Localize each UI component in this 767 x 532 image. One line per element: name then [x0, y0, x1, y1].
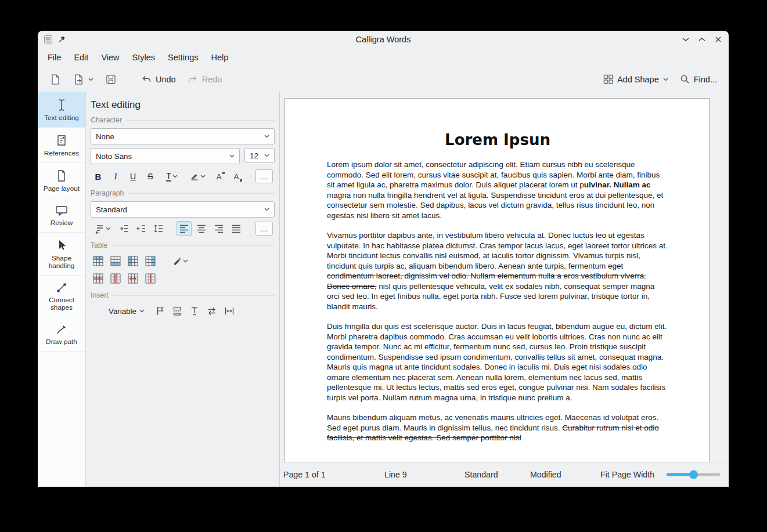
zoom-slider[interactable] — [667, 462, 720, 487]
sidebar-item-text-editing[interactable]: Text editing — [38, 92, 85, 128]
table-row-2 — [91, 271, 275, 286]
insert-column-left-button[interactable] — [125, 254, 141, 269]
text-run[interactable]: ulvinar. Nullam ac — [584, 180, 651, 189]
variable-select[interactable]: Variable — [103, 304, 150, 319]
highlight-color-icon — [190, 172, 199, 181]
distribute-button[interactable] — [222, 303, 237, 319]
undo-button[interactable]: Undo — [136, 71, 181, 88]
delete-column-button[interactable] — [108, 271, 123, 286]
titlebar[interactable]: Calligra Words — [38, 31, 729, 48]
add-shape-label: Add Shape — [617, 75, 659, 84]
draw-path-icon — [56, 324, 67, 335]
document-area[interactable]: Lorem Ipsun Lorem ipsum dolor sit amet, … — [280, 92, 729, 462]
paragraph-style-value: Standard — [96, 205, 127, 214]
sidebar-item-page-layout[interactable]: Page layout — [38, 163, 85, 198]
maximize-button[interactable] — [697, 35, 707, 44]
menu-edit[interactable]: Edit — [67, 50, 95, 65]
font-size-select[interactable]: 12 — [244, 148, 275, 163]
text-run[interactable]: magna non nulla fringilla hendrerit vel … — [327, 191, 663, 220]
paragraph[interactable]: Lorem ipsum dolor sit amet, consectetur … — [327, 160, 668, 220]
bold-button[interactable]: B — [91, 169, 106, 184]
zoom-mode-button[interactable]: Fit Page Width — [600, 470, 654, 479]
insert-row-below-button[interactable] — [108, 254, 123, 269]
insert-column-right-button[interactable] — [143, 254, 158, 269]
align-center-button[interactable] — [194, 221, 209, 236]
align-justify-button[interactable] — [229, 221, 244, 236]
paragraph[interactable]: Mauris bibendum aliquam metus, ac venena… — [327, 412, 668, 443]
menu-styles[interactable]: Styles — [126, 50, 162, 65]
save-icon — [105, 74, 117, 85]
add-shape-button[interactable]: Add Shape — [599, 71, 673, 88]
insert-text-button[interactable] — [187, 303, 202, 319]
delete-row-button[interactable] — [91, 271, 106, 286]
line-spacing-button[interactable] — [151, 221, 166, 236]
chevron-down-icon — [88, 78, 93, 81]
open-document-button[interactable] — [68, 70, 98, 89]
pin-icon[interactable] — [57, 35, 66, 44]
sidebar-item-connect-shapes[interactable]: Connect shapes — [38, 276, 85, 317]
character-style-select[interactable]: None — [91, 128, 275, 144]
zoom-slider-handle[interactable] — [689, 471, 698, 479]
sidebar-item-references[interactable]: References — [38, 128, 85, 163]
document-title[interactable]: Lorem Ipsun — [327, 131, 668, 149]
text-direction-button[interactable] — [91, 221, 114, 236]
increase-indent-button[interactable] — [116, 221, 131, 236]
close-button[interactable] — [714, 35, 723, 44]
menu-settings[interactable]: Settings — [161, 50, 204, 65]
tool-options-panel: Text editing Character None Noto Sans 12 — [86, 92, 280, 487]
new-document-button[interactable] — [45, 70, 66, 89]
main-area: Text editing References Page layout Revi… — [38, 92, 729, 487]
text-run[interactable]: Duis fringilla dui quis est scelerisque … — [327, 322, 667, 402]
find-button[interactable]: Find... — [675, 71, 722, 88]
document-paragraphs[interactable]: Lorem ipsum dolor sit amet, consectetur … — [327, 160, 668, 443]
paragraph[interactable]: Duis fringilla dui quis est scelerisque … — [327, 321, 668, 403]
border-pen-icon — [172, 256, 182, 266]
paragraph-more-button[interactable]: ... — [255, 222, 273, 236]
insert-row-above-button[interactable] — [91, 254, 106, 269]
superscript-button[interactable]: A — [211, 169, 226, 184]
menu-file[interactable]: File — [41, 50, 67, 65]
font-family-value: Noto Sans — [96, 152, 132, 161]
chevron-down-icon — [139, 309, 145, 313]
text-run[interactable]: nisl quis pellentesque vehicula, velit e… — [327, 282, 654, 311]
menubar: File Edit View Styles Settings Help — [38, 48, 729, 67]
save-button[interactable] — [100, 70, 121, 89]
insert-text-icon — [189, 306, 200, 316]
table-border-pen-button[interactable] — [168, 254, 192, 269]
search-icon — [680, 74, 690, 84]
sidebar-item-review[interactable]: Review — [38, 198, 85, 233]
insert-bookmark-button[interactable] — [152, 303, 167, 319]
sidebar-item-label: Text editing — [44, 114, 79, 122]
strikethrough-button[interactable]: S — [143, 169, 158, 184]
subscript-button[interactable]: A — [229, 169, 244, 184]
chevron-down-icon — [183, 259, 188, 263]
strikethrough-icon: S — [147, 172, 153, 181]
split-cells-button[interactable] — [143, 271, 158, 286]
menu-help[interactable]: Help — [204, 50, 235, 65]
decrease-indent-button[interactable] — [134, 221, 149, 236]
redo-button[interactable]: Redo — [183, 71, 227, 88]
underline-button[interactable]: U — [125, 169, 141, 184]
paragraph-style-select[interactable]: Standard — [91, 201, 275, 218]
character-more-button[interactable]: ... — [255, 169, 273, 183]
sidebar-item-draw-path[interactable]: Draw path — [38, 317, 85, 352]
menu-view[interactable]: View — [95, 50, 125, 65]
find-label: Find... — [694, 75, 717, 84]
swap-direction-button[interactable] — [204, 303, 219, 319]
italic-button[interactable]: I — [108, 169, 123, 184]
paragraph-style-indicator[interactable]: Standard — [464, 470, 498, 479]
paragraph[interactable]: Vivamus porttitor dapibus ante, in vesti… — [327, 230, 668, 312]
insert-section-button[interactable] — [170, 303, 185, 319]
minimize-button[interactable] — [681, 35, 690, 44]
document-page[interactable]: Lorem Ipsun Lorem ipsum dolor sit amet, … — [285, 98, 710, 462]
shape-handling-icon — [56, 239, 67, 252]
font-family-select[interactable]: Noto Sans — [91, 148, 240, 164]
text-editing-icon — [56, 99, 67, 111]
sidebar-item-shape-handling[interactable]: Shape handling — [38, 233, 85, 276]
highlight-color-button[interactable] — [186, 169, 209, 184]
review-icon — [55, 205, 68, 216]
text-color-button[interactable]: T — [160, 169, 183, 184]
merge-cells-button[interactable] — [125, 271, 141, 286]
align-left-button[interactable] — [177, 221, 192, 236]
align-right-button[interactable] — [211, 221, 226, 236]
